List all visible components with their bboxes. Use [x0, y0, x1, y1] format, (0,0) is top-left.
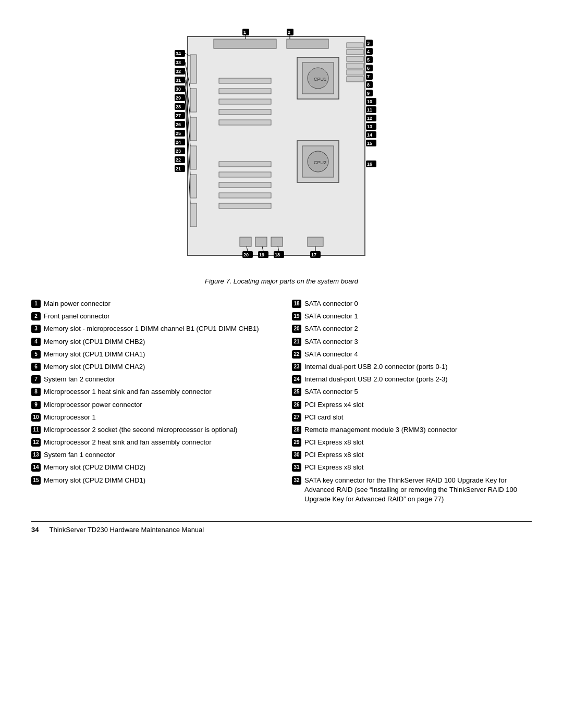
legend-item: 10Microprocessor 1: [31, 411, 271, 424]
legend-description: PCI card slot: [304, 413, 532, 422]
legend-description: Microprocessor 1: [44, 413, 271, 422]
legend-description: Memory slot (CPU2 DIMM CHD2): [44, 463, 271, 472]
svg-text:26: 26: [176, 122, 181, 127]
svg-text:31: 31: [176, 78, 181, 83]
svg-rect-17: [190, 55, 197, 83]
legend-description: SATA key connector for the ThinkServer R…: [304, 476, 532, 504]
svg-rect-6: [347, 63, 363, 68]
legend-description: Remote management module 3 (RMM3) connec…: [304, 425, 532, 435]
legend-number: 9: [31, 401, 41, 409]
legend-number: 8: [31, 388, 41, 396]
svg-rect-3: [347, 43, 363, 48]
legend-description: Memory slot (CPU1 DIMM CHA1): [44, 350, 271, 359]
legend-item: 7System fan 2 connector: [31, 373, 271, 386]
svg-text:29: 29: [176, 95, 181, 101]
svg-rect-18: [190, 89, 197, 112]
svg-rect-24: [219, 89, 271, 94]
svg-text:CPU2: CPU2: [314, 160, 326, 165]
legend-number: 30: [292, 451, 301, 459]
legend-number: 10: [31, 413, 41, 422]
legend-item: 9Microprocessor power connector: [31, 399, 271, 411]
legend-description: Microprocessor 1 heat sink and fan assem…: [44, 387, 271, 397]
legend-description: SATA connector 2: [304, 324, 532, 334]
svg-rect-8: [347, 77, 363, 82]
svg-text:1: 1: [243, 30, 246, 35]
svg-rect-30: [219, 182, 271, 188]
legend-item: 14Memory slot (CPU2 DIMM CHD2): [31, 461, 271, 474]
svg-rect-22: [190, 203, 197, 227]
legend-description: Microprocessor power connector: [44, 400, 271, 410]
svg-text:7: 7: [367, 74, 370, 79]
legend-number: 20: [292, 325, 301, 333]
svg-text:18: 18: [275, 252, 280, 257]
legend-description: PCI Express x8 slot: [304, 450, 532, 460]
legend-description: Internal dual-port USB 2.0 connector (po…: [304, 375, 532, 384]
svg-text:CPU1: CPU1: [314, 77, 326, 82]
legend-item: 31PCI Express x8 slot: [292, 461, 532, 474]
svg-text:3: 3: [367, 41, 370, 46]
svg-text:30: 30: [176, 87, 181, 92]
svg-text:8: 8: [367, 82, 370, 88]
svg-text:16: 16: [367, 162, 372, 167]
svg-rect-2: [287, 39, 328, 48]
svg-rect-23: [219, 78, 271, 83]
svg-text:32: 32: [176, 69, 181, 74]
svg-text:24: 24: [176, 140, 181, 145]
legend-item: 11Microprocessor 2 socket (the second mi…: [31, 424, 271, 436]
legend-number: 21: [292, 338, 301, 346]
legend-item: 23Internal dual-port USB 2.0 connector (…: [292, 361, 532, 373]
legend-number: 25: [292, 388, 301, 396]
svg-rect-25: [219, 99, 271, 104]
legend-description: PCI Express x8 slot: [304, 438, 532, 447]
legend-item: 27PCI card slot: [292, 411, 532, 424]
legend-item: 21SATA connector 3: [292, 336, 532, 348]
legend-number: 27: [292, 413, 301, 422]
footer-title-text: ThinkServer TD230 Hardware Maintenance M…: [49, 526, 204, 534]
legend-number: 23: [292, 363, 301, 371]
legend-number: 31: [292, 463, 301, 472]
svg-rect-5: [347, 56, 363, 61]
legend-item: 18SATA connector 0: [292, 298, 532, 310]
footer-page-number: 34: [31, 526, 39, 534]
svg-text:11: 11: [367, 107, 372, 113]
legend-number: 2: [31, 312, 41, 320]
legend-item: 29PCI Express x8 slot: [292, 436, 532, 449]
legend-description: Microprocessor 2 socket (the second micr…: [44, 425, 271, 435]
svg-rect-32: [219, 203, 271, 208]
svg-text:27: 27: [176, 113, 181, 118]
legend-number: 15: [31, 476, 41, 485]
svg-text:15: 15: [367, 141, 372, 146]
svg-text:12: 12: [367, 116, 372, 121]
svg-text:14: 14: [367, 132, 372, 138]
svg-text:4: 4: [367, 49, 370, 54]
legend-number: 7: [31, 375, 41, 384]
svg-text:10: 10: [367, 99, 372, 104]
legend-description: Memory slot (CPU2 DIMM CHD1): [44, 476, 271, 485]
legend-item: 30PCI Express x8 slot: [292, 449, 532, 461]
legend-item: 2Front panel connector: [31, 310, 271, 323]
board-diagram: CPU1 CPU2: [146, 21, 417, 271]
svg-text:25: 25: [176, 131, 181, 136]
svg-rect-36: [308, 237, 323, 246]
legend-grid: 1Main power connector18SATA connector 02…: [31, 298, 532, 505]
legend-item: 5Memory slot (CPU1 DIMM CHA1): [31, 348, 271, 361]
legend-item: 12Microprocessor 2 heat sink and fan ass…: [31, 436, 271, 449]
svg-rect-4: [347, 50, 363, 55]
svg-rect-1: [214, 39, 276, 48]
legend-item: 8Microprocessor 1 heat sink and fan asse…: [31, 386, 271, 398]
svg-text:19: 19: [259, 252, 264, 257]
svg-text:9: 9: [367, 91, 370, 96]
legend-item: 28Remote management module 3 (RMM3) conn…: [292, 424, 532, 436]
legend-description: PCI Express x4 slot: [304, 400, 532, 410]
legend-description: Front panel connector: [44, 312, 271, 321]
legend-description: Microprocessor 2 heat sink and fan assem…: [44, 438, 271, 447]
svg-text:20: 20: [243, 252, 249, 257]
diagram-container: CPU1 CPU2: [31, 21, 532, 271]
svg-rect-35: [271, 237, 283, 246]
svg-text:5: 5: [367, 57, 370, 63]
legend-number: 12: [31, 438, 41, 447]
legend-item: 6Memory slot (CPU1 DIMM CHA2): [31, 361, 271, 373]
legend-description: System fan 1 connector: [44, 450, 271, 460]
legend-item: 1Main power connector: [31, 298, 271, 310]
legend-number: 4: [31, 338, 41, 346]
